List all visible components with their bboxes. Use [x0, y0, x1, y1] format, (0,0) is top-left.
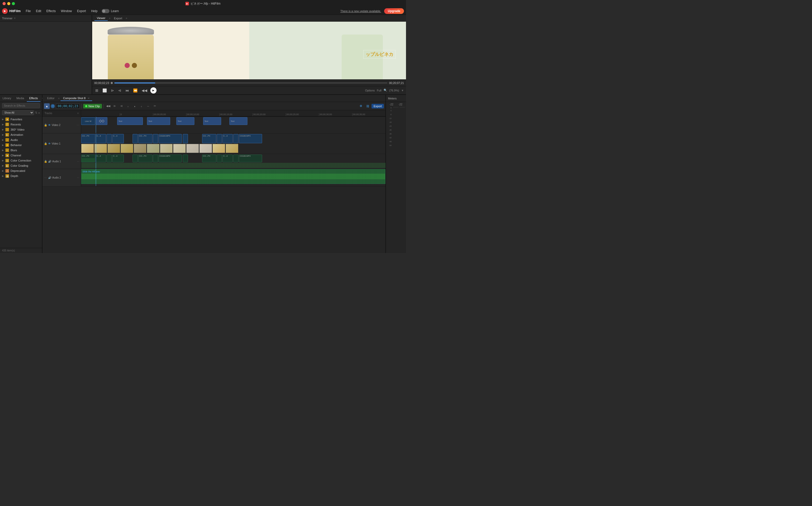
audio-icon-a1[interactable]: 🔊 — [48, 160, 51, 163]
link-icon[interactable]: ⛓ — [365, 103, 371, 109]
category-360[interactable]: ▶ ○ 360° Video — [0, 127, 42, 132]
trimmer-menu-icon[interactable]: ≡ — [14, 17, 16, 20]
go-in-btn[interactable]: ⊳ — [112, 103, 118, 109]
a1-clip-chain-3[interactable] — [153, 155, 158, 162]
viewer-timeline-mini[interactable] — [114, 82, 388, 83]
effects-filter-select[interactable]: Show All — [2, 110, 34, 115]
a1-clip-chain-2[interactable] — [132, 155, 138, 162]
learn-toggle[interactable]: Learn — [102, 9, 119, 13]
menu-window[interactable]: Window — [59, 8, 74, 14]
slip-btn[interactable]: ⬧ — [132, 103, 138, 109]
a1-clip-c0184[interactable]: C0184.MP4 — [159, 155, 182, 162]
full-label[interactable]: Full — [377, 89, 382, 92]
a1-clip-5[interactable]: CO...P4 — [202, 155, 216, 162]
go-prev-btn[interactable]: ◀◀ — [105, 103, 111, 109]
v2-clip-text2[interactable]: Text — [117, 117, 143, 125]
lock-icon-a2[interactable]: ⋯ — [44, 176, 46, 179]
rate-stretch-btn[interactable]: ↔ — [145, 103, 151, 109]
fullscreen-button[interactable] — [12, 2, 15, 5]
v1-clip-3[interactable]: C...4 — [112, 134, 124, 143]
audio-icon-a2[interactable]: 🔊 — [48, 176, 51, 179]
v2-clip-text1[interactable] — [96, 117, 107, 125]
v1-clip-2[interactable]: C...4 — [96, 134, 106, 143]
a1-clip-chain-6[interactable] — [233, 155, 238, 162]
slide-btn[interactable]: ⬨ — [139, 103, 144, 109]
eye-icon-v2[interactable]: 👁 — [48, 124, 51, 126]
tab-library[interactable]: Library — [0, 95, 14, 102]
select-tool-btn[interactable]: ▲ — [44, 103, 50, 109]
tab-effects[interactable]: Effects — [27, 95, 40, 102]
go-out-btn[interactable]: ⊲ — [119, 103, 124, 109]
go-start-btn[interactable]: ⏮ — [124, 88, 130, 93]
v1-clip-chain-6[interactable] — [233, 134, 238, 143]
zoom-dropdown[interactable]: ▼ — [401, 89, 404, 92]
track-audio2-content[interactable]: Slide the Hill.wav — [81, 169, 385, 186]
menu-edit[interactable]: Edit — [34, 8, 43, 14]
lock-icon-v2[interactable]: 🔒 — [44, 124, 47, 126]
eye-icon-v1[interactable]: 👁 — [48, 142, 51, 145]
track-v2-more[interactable]: ⋯ — [77, 124, 79, 126]
v2-clip-linewipe[interactable]: Line W — [81, 117, 95, 125]
menu-export[interactable]: Export — [75, 8, 88, 14]
new-clip-button[interactable]: New Clip — [83, 104, 102, 108]
lock-icon-a1[interactable]: 🔒 — [44, 160, 47, 163]
tracks-menu-btn[interactable]: ≡ — [77, 112, 79, 115]
razor-btn[interactable]: ✂ — [152, 103, 158, 109]
tab-media[interactable]: Media — [14, 95, 27, 102]
a1-clip-1[interactable]: CO...P4 — [81, 155, 95, 162]
track-video1-content[interactable]: CO...P4 C...4 C...4 CO...P4 C0184.MP4 CO… — [81, 134, 385, 154]
v1-clip-chain-3[interactable] — [153, 134, 158, 143]
track-audio1-content[interactable]: CO...P4 C...4 C...4 CO...P4 C0184.M — [81, 154, 385, 168]
a1-clip-4[interactable]: CO...P4 — [138, 155, 153, 162]
effects-search-input[interactable] — [2, 103, 40, 108]
v2-clip-text4[interactable]: Text — [176, 117, 194, 125]
category-animation[interactable]: ▶ ► Animation — [0, 132, 42, 137]
v1-clip-1[interactable]: CO...P4 — [81, 134, 95, 143]
viewer-tab-menu[interactable]: ≡ — [109, 17, 110, 20]
v1-clip-chain-1[interactable] — [107, 134, 112, 143]
a1-clip-c0186[interactable]: C0186.MP4 — [239, 155, 262, 162]
tab-editor[interactable]: Editor — [44, 96, 57, 101]
category-audio[interactable]: ▶ ♪ Audio — [0, 137, 42, 143]
learn-switch[interactable] — [102, 9, 109, 13]
close-button[interactable] — [3, 2, 6, 5]
v2-clip-text5[interactable]: Text — [203, 117, 221, 125]
tab-export[interactable]: Export — [111, 16, 125, 21]
v1-clip-chain-5[interactable] — [217, 134, 222, 143]
a1-clip-chain-4[interactable] — [183, 155, 188, 162]
snap-btn[interactable]: ⊞ — [94, 88, 99, 93]
upgrade-button[interactable]: Upgrade — [384, 8, 404, 14]
a1-clip-6[interactable]: C...4 — [222, 155, 233, 162]
play-button[interactable]: ▶ — [150, 87, 157, 93]
v2-clip-text3[interactable]: Text — [147, 117, 170, 125]
minimize-button[interactable] — [7, 2, 10, 5]
v2-clip-text6[interactable]: Text — [229, 117, 247, 125]
export-tab-menu[interactable]: ≡ — [126, 17, 127, 20]
category-deprecated[interactable]: ▶ ⚠ Deprecated — [0, 168, 42, 173]
category-color-correction[interactable]: ▶ ◎ Color Correction — [0, 158, 42, 163]
tab-viewer[interactable]: Viewer — [94, 16, 108, 21]
lock-icon-v1[interactable]: 🔒 — [44, 142, 47, 145]
export-button[interactable]: Export — [372, 104, 384, 108]
zoom-display[interactable]: 🔍 — [384, 89, 387, 92]
prev-frame-btn[interactable]: ⏪ — [132, 88, 138, 93]
mark-out-btn[interactable]: ⊲ — [117, 88, 122, 93]
category-recents[interactable]: ▶ ⏱ Recents — [0, 122, 42, 127]
timeline-ruler[interactable]: 0 00;00;05;00 00;00;10;00 00;00;15;00 00… — [81, 110, 385, 116]
track-video2-content[interactable]: Line W Text Text Text Text Text — [81, 117, 385, 133]
a1-clip-2[interactable]: C...4 — [96, 155, 106, 162]
category-favorites[interactable]: ▶ ★ Favorites — [0, 117, 42, 122]
timeline-timecode[interactable]: 00;00;02;23 — [56, 103, 80, 109]
update-link[interactable]: There is a new update available. — [340, 9, 381, 13]
v1-clip-chain-4[interactable] — [183, 134, 188, 143]
filter-menu-icon[interactable]: ≡ — [38, 111, 40, 114]
tab-composite-shot[interactable]: Composite Shot 8 ✕ — [61, 96, 92, 101]
v1-clip-5[interactable]: CO...P4 — [202, 134, 216, 143]
loop-btn[interactable]: ⬜ — [101, 88, 108, 93]
v1-clip-chain-2[interactable] — [132, 134, 138, 143]
tab-close-icon[interactable]: ✕ — [88, 97, 90, 100]
category-behavior[interactable]: ▶ ⚡ Behavior — [0, 143, 42, 148]
v1-clip-4[interactable]: CO...P4 — [138, 134, 153, 143]
options-label[interactable]: Options — [365, 89, 375, 92]
sort-icon[interactable]: ⇅ — [35, 111, 37, 114]
